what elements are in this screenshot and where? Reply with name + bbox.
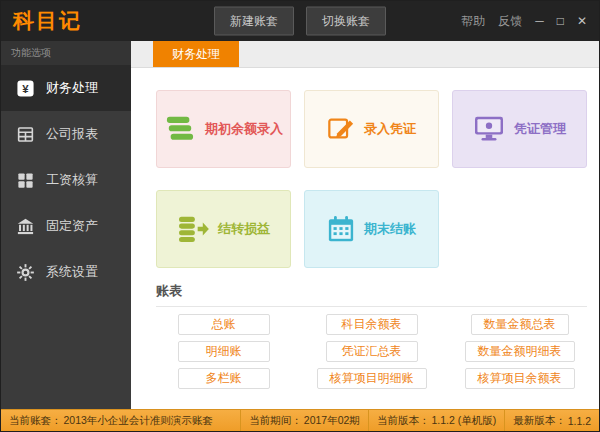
finance-icon: ¥: [16, 79, 35, 98]
current-account-value: 2013年小企业会计准则演示账套: [64, 414, 213, 428]
new-account-set-button[interactable]: 新建账套: [214, 7, 294, 36]
latest-version-segment: 最新版本： 1.1.2: [504, 410, 599, 431]
fixed-assets-icon: [16, 217, 35, 236]
feedback-link[interactable]: 反馈: [498, 13, 522, 30]
current-version-segment: 当前版本： 1.1.2 (单机版): [368, 410, 504, 431]
monitor-icon: [473, 115, 505, 143]
titlebar-actions: 新建账套 切换账套: [214, 7, 386, 36]
latest-version-label: 最新版本：: [513, 414, 566, 428]
sidebar: 功能选项 ¥ 财务处理 公司报表 工资核算: [1, 41, 131, 409]
quantity-amount-detail-button[interactable]: 数量金额明细表: [465, 341, 575, 362]
sidebar-item-fixed-assets[interactable]: 固定资产: [1, 203, 131, 249]
card-period-end-closing[interactable]: 期末结账: [304, 190, 439, 268]
calendar-icon: [327, 215, 355, 243]
current-period-value: 2017年02期: [304, 414, 360, 428]
card-label: 期末结账: [364, 220, 416, 238]
sidebar-item-label: 公司报表: [46, 125, 98, 143]
card-voucher-entry[interactable]: 录入凭证: [304, 90, 439, 168]
pencil-square-icon: [327, 115, 355, 143]
card-voucher-management[interactable]: 凭证管理: [452, 90, 587, 168]
card-label: 结转损益: [218, 220, 270, 238]
card-profit-loss-carryover[interactable]: 结转损益: [156, 190, 291, 268]
latest-version-value: 1.1.2: [568, 415, 591, 427]
app-logo: 科目记: [13, 7, 82, 35]
multi-column-ledger-button[interactable]: 多栏账: [178, 368, 270, 389]
main-content: 期初余额录入 录入凭证 凭证管理: [131, 68, 599, 409]
sidebar-item-label: 工资核算: [46, 171, 98, 189]
sidebar-item-label: 财务处理: [46, 79, 98, 97]
company-report-icon: [16, 125, 35, 144]
quantity-amount-summary-button[interactable]: 数量金额总表: [471, 314, 569, 335]
function-cards: 期初余额录入 录入凭证 凭证管理: [156, 90, 587, 268]
app-body: 功能选项 ¥ 财务处理 公司报表 工资核算: [1, 41, 599, 409]
statusbar: 当前账套： 2013年小企业会计准则演示账套 当前期间： 2017年02期 当前…: [1, 409, 599, 431]
current-version-label: 当前版本：: [377, 414, 430, 428]
accounting-item-balance-table-button[interactable]: 核算项目余额表: [465, 368, 575, 389]
svg-text:¥: ¥: [22, 82, 29, 94]
tabstrip: 财务处理: [131, 41, 599, 68]
current-account-label: 当前账套：: [9, 414, 62, 428]
sidebar-item-settings[interactable]: 系统设置: [1, 249, 131, 295]
help-link[interactable]: 帮助: [461, 13, 485, 30]
close-icon[interactable]: ✕: [577, 15, 587, 27]
titlebar: 科目记 新建账套 切换账套 帮助 反馈 ─ □ ✕: [1, 1, 599, 41]
app-window: 科目记 新建账套 切换账套 帮助 反馈 ─ □ ✕ 功能选项 ¥ 财务处理: [0, 0, 600, 432]
coins-stack-icon: [164, 115, 196, 143]
section-title-account-tables: 账表: [156, 282, 587, 300]
sidebar-header: 功能选项: [1, 41, 131, 65]
sidebar-item-salary[interactable]: 工资核算: [1, 157, 131, 203]
card-label: 凭证管理: [514, 120, 566, 138]
main-area: 财务处理 期初余额录入 录入凭证: [131, 41, 599, 409]
current-period-segment: 当前期间： 2017年02期: [240, 410, 368, 431]
sidebar-item-label: 固定资产: [46, 217, 98, 235]
switch-account-set-button[interactable]: 切换账套: [306, 7, 386, 36]
settings-icon: [16, 263, 35, 282]
section-divider: [156, 306, 587, 307]
sidebar-item-label: 系统设置: [46, 263, 98, 281]
card-opening-balance-entry[interactable]: 期初余额录入: [156, 90, 291, 168]
salary-icon: [16, 171, 35, 190]
current-period-label: 当前期间：: [249, 414, 302, 428]
titlebar-right: 帮助 反馈 ─ □ ✕: [461, 13, 587, 30]
minimize-icon[interactable]: ─: [535, 15, 544, 27]
voucher-summary-table-button[interactable]: 凭证汇总表: [326, 341, 418, 362]
current-version-value: 1.1.2 (单机版): [431, 414, 496, 428]
sidebar-item-finance[interactable]: ¥ 财务处理: [1, 65, 131, 111]
account-table-buttons: 总账 科目余额表 数量金额总表 明细账 凭证汇总表 数量金额明细表 多栏账 核算…: [156, 314, 587, 389]
subject-balance-table-button[interactable]: 科目余额表: [326, 314, 418, 335]
general-ledger-button[interactable]: 总账: [178, 314, 270, 335]
detail-ledger-button[interactable]: 明细账: [178, 341, 270, 362]
sidebar-item-company-reports[interactable]: 公司报表: [1, 111, 131, 157]
card-label: 期初余额录入: [205, 120, 283, 138]
accounting-item-detail-ledger-button[interactable]: 核算项目明细账: [317, 368, 427, 389]
maximize-icon[interactable]: □: [557, 15, 564, 27]
coins-arrow-icon: [177, 215, 209, 243]
card-label: 录入凭证: [364, 120, 416, 138]
tab-finance[interactable]: 财务处理: [153, 41, 239, 67]
current-account-segment: 当前账套： 2013年小企业会计准则演示账套: [1, 410, 240, 431]
